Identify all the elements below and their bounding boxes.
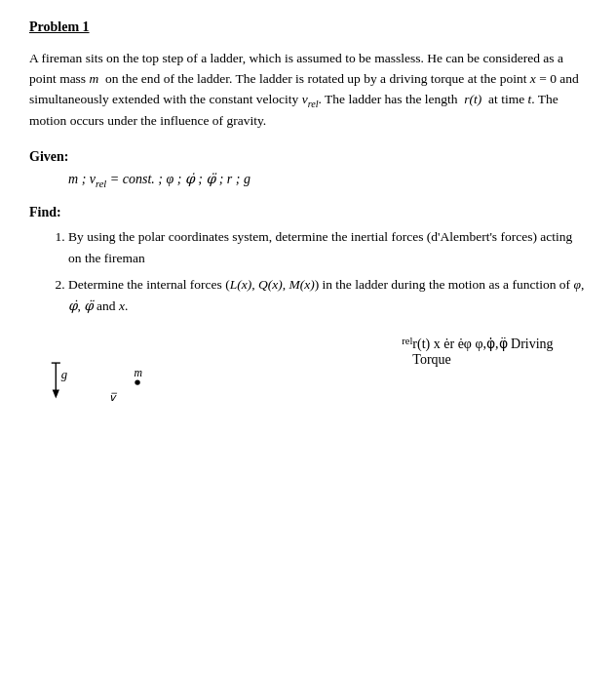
given-label: Given: <box>29 149 587 165</box>
find-list: By using the polar coordinates system, d… <box>68 226 587 316</box>
svg-text:m: m <box>134 366 142 379</box>
given-formula: m ; vrel = const. ; φ ; φ̇ ; φ̈ ; r ; g <box>68 171 587 189</box>
find-label: Find: <box>29 205 587 220</box>
find-item-1: By using the polar coordinates system, d… <box>68 226 587 268</box>
problem-description: A fireman sits on the top step of a ladd… <box>29 49 587 132</box>
given-section: Given: m ; vrel = const. ; φ ; φ̇ ; φ̈ ;… <box>29 149 587 189</box>
diagram-svg: g m v̅ <box>29 336 402 550</box>
svg-text:v̅: v̅ <box>109 392 118 404</box>
problem-title: Problem 1 <box>29 20 587 35</box>
find-section: Find: By using the polar coordinates sys… <box>29 205 587 316</box>
find-item-2: Determine the internal forces (L(x), Q(x… <box>68 274 587 316</box>
svg-text:g: g <box>61 368 67 381</box>
svg-marker-1 <box>53 390 59 399</box>
diagram-container: g m v̅rel r(t) x ėr ėφ φ,φ̇,φ̈ Dri <box>29 336 587 550</box>
and-text: and <box>96 298 116 313</box>
svg-point-5 <box>135 380 139 385</box>
